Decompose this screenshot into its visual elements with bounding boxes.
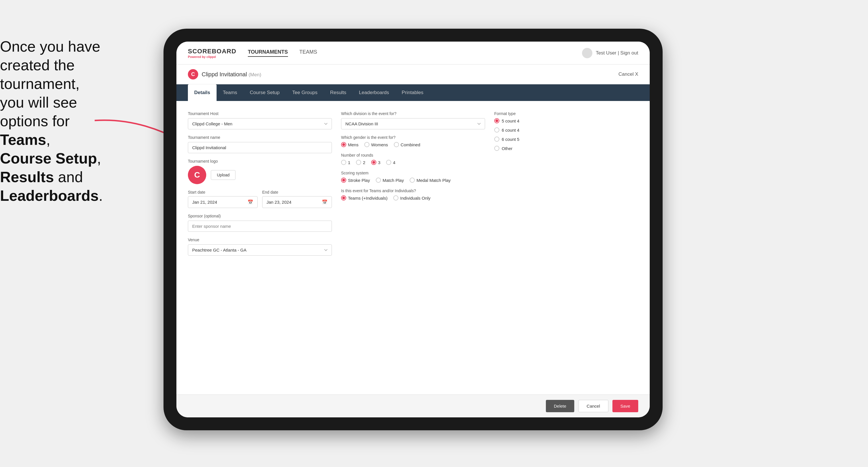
form-group-scoring: Scoring system Stroke Play Match Play <box>341 171 485 183</box>
radio-medal-circle <box>410 178 415 183</box>
cancel-button[interactable]: Cancel <box>578 400 609 412</box>
gender-radio-group: Mens Womens Combined <box>341 142 485 147</box>
sponsor-input[interactable] <box>188 221 332 232</box>
logo-text: SCOREBOARD <box>188 48 236 55</box>
end-date-wrap: End date Jan 23, 2024 📅 <box>262 190 332 208</box>
tab-teams[interactable]: Teams <box>217 84 244 101</box>
venue-label: Venue <box>188 238 332 242</box>
gender-label: Which gender is the event for? <box>341 135 485 140</box>
radio-4-circle <box>386 160 391 165</box>
form-group-teams-individuals: Is this event for Teams and/or Individua… <box>341 188 485 200</box>
name-input[interactable] <box>188 142 332 153</box>
rounds-2[interactable]: 2 <box>356 160 365 165</box>
radio-other-circle <box>494 146 499 151</box>
sponsor-label: Sponsor (optional) <box>188 214 332 218</box>
radio-2-circle <box>356 160 361 165</box>
form-group-venue: Venue Peachtree GC - Atlanta - GA <box>188 238 332 256</box>
rounds-4[interactable]: 4 <box>386 160 395 165</box>
radio-mens-circle <box>341 142 346 147</box>
format-6count5[interactable]: 6 count 5 <box>494 136 638 142</box>
form-area: Tournament Host Clippd College - Men Tou… <box>177 101 650 395</box>
end-date-input[interactable]: Jan 23, 2024 📅 <box>262 196 332 208</box>
form-footer: Delete Cancel Save <box>177 395 650 417</box>
tournament-name: Clippd Invitational (Men) <box>202 71 261 78</box>
individuals-only[interactable]: Individuals Only <box>393 195 431 200</box>
tab-leaderboards[interactable]: Leaderboards <box>352 84 395 101</box>
tab-bar: Details Teams Course Setup Tee Groups Re… <box>177 84 650 101</box>
form-columns: Tournament Host Clippd College - Men Tou… <box>188 111 638 256</box>
radio-1-circle <box>341 160 346 165</box>
nav-links: TOURNAMENTS TEAMS <box>248 49 317 57</box>
user-avatar-icon <box>582 48 592 58</box>
start-date-input[interactable]: Jan 21, 2024 📅 <box>188 196 257 208</box>
cancel-x-button[interactable]: Cancel X <box>618 71 638 77</box>
format-other[interactable]: Other <box>494 146 638 151</box>
calendar-icon-start: 📅 <box>248 199 253 205</box>
tablet-shell: SCOREBOARD Powered by clippd TOURNAMENTS… <box>163 29 662 430</box>
scoring-medal-match[interactable]: Medal Match Play <box>410 178 451 183</box>
gender-mens[interactable]: Mens <box>341 142 359 147</box>
form-section-col1: Tournament Host Clippd College - Men Tou… <box>188 111 332 256</box>
nav-teams[interactable]: TEAMS <box>300 49 317 57</box>
form-group-logo: Tournament logo C Upload <box>188 159 332 184</box>
radio-stroke-circle <box>341 178 346 183</box>
gender-combined[interactable]: Combined <box>394 142 420 147</box>
radio-5count4-circle <box>494 118 499 123</box>
tournament-header: C Clippd Invitational (Men) Cancel X <box>177 65 650 84</box>
division-select[interactable]: NCAA Division III <box>341 118 485 129</box>
delete-button[interactable]: Delete <box>546 400 574 412</box>
scoring-stroke-play[interactable]: Stroke Play <box>341 178 370 183</box>
instruction-text: Once you have created the tournament, yo… <box>0 37 123 205</box>
rounds-1[interactable]: 1 <box>341 160 350 165</box>
nav-left: SCOREBOARD Powered by clippd TOURNAMENTS… <box>188 48 317 59</box>
tournament-title-row: C Clippd Invitational (Men) <box>188 69 261 80</box>
powered-by-text: Powered by clippd <box>188 55 236 59</box>
format-label: Format type <box>494 111 638 116</box>
gender-womens[interactable]: Womens <box>364 142 388 147</box>
end-date-label: End date <box>262 190 332 194</box>
upload-button[interactable]: Upload <box>211 170 236 180</box>
nav-logo: SCOREBOARD Powered by clippd <box>188 48 236 59</box>
radio-teams-circle <box>341 195 346 200</box>
venue-select[interactable]: Peachtree GC - Atlanta - GA <box>188 244 332 256</box>
rounds-label: Number of rounds <box>341 153 485 157</box>
start-date-label: Start date <box>188 190 257 194</box>
save-button[interactable]: Save <box>613 400 638 412</box>
logo-upload-area: C Upload <box>188 166 332 184</box>
calendar-icon-end: 📅 <box>322 199 328 205</box>
form-group-gender: Which gender is the event for? Mens Wome… <box>341 135 485 147</box>
radio-6count5-circle <box>494 136 499 142</box>
format-5count4[interactable]: 5 count 4 <box>494 118 638 123</box>
teams-plus-individuals[interactable]: Teams (+Individuals) <box>341 195 388 200</box>
host-select[interactable]: Clippd College - Men <box>188 118 332 129</box>
form-group-rounds: Number of rounds 1 2 <box>341 153 485 165</box>
radio-individuals-circle <box>393 195 398 200</box>
nav-tournaments[interactable]: TOURNAMENTS <box>248 49 288 57</box>
logo-circle: C <box>188 166 206 184</box>
host-label: Tournament Host <box>188 111 332 116</box>
date-row: Start date Jan 21, 2024 📅 End date <box>188 190 332 208</box>
form-group-dates: Start date Jan 21, 2024 📅 End date <box>188 190 332 208</box>
format-type-section: 5 count 4 6 count 4 6 count 5 <box>494 118 638 151</box>
tab-course-setup[interactable]: Course Setup <box>244 84 286 101</box>
rounds-3[interactable]: 3 <box>371 160 380 165</box>
form-group-format: Format type 5 count 4 6 count 4 <box>494 111 638 151</box>
rounds-radio-group: 1 2 3 <box>341 160 485 165</box>
scoring-radio-group: Stroke Play Match Play Medal Match Play <box>341 178 485 183</box>
radio-combined-circle <box>394 142 399 147</box>
format-6count4[interactable]: 6 count 4 <box>494 127 638 132</box>
logo-label: Tournament logo <box>188 159 332 163</box>
form-section-col2: Which division is the event for? NCAA Di… <box>341 111 485 256</box>
top-nav: SCOREBOARD Powered by clippd TOURNAMENTS… <box>177 41 650 65</box>
tab-tee-groups[interactable]: Tee Groups <box>286 84 324 101</box>
tab-details[interactable]: Details <box>188 84 217 101</box>
nav-right: Test User | Sign out <box>582 48 638 58</box>
tab-printables[interactable]: Printables <box>395 84 430 101</box>
form-group-division: Which division is the event for? NCAA Di… <box>341 111 485 129</box>
user-info-text[interactable]: Test User | Sign out <box>596 50 638 56</box>
tab-results[interactable]: Results <box>324 84 353 101</box>
form-section-col3: Format type 5 count 4 6 count 4 <box>494 111 638 256</box>
scoring-match-play[interactable]: Match Play <box>376 178 404 183</box>
radio-3-circle <box>371 160 376 165</box>
radio-womens-circle <box>364 142 369 147</box>
